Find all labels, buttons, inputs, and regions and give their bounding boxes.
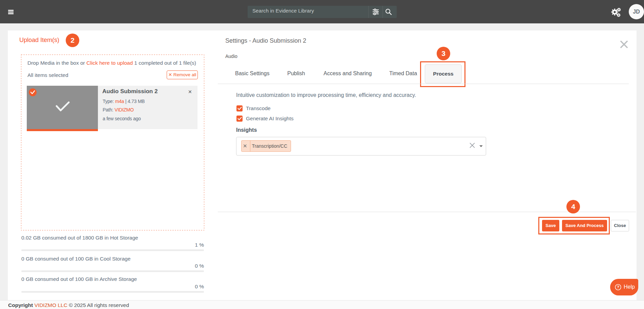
svg-text:?: ? (617, 285, 619, 289)
